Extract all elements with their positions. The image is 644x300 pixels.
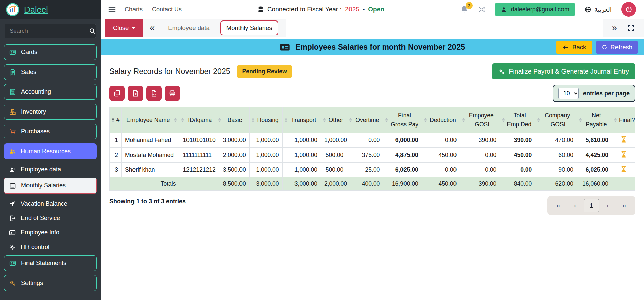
page-title: Employees Salaries for month November 20… — [295, 43, 465, 52]
cell-company-gosi: 90.00 — [535, 163, 577, 177]
export-copy-button[interactable] — [109, 86, 125, 101]
back-button[interactable]: Back — [556, 41, 592, 54]
sidebar-item-settings[interactable]: Settings — [4, 275, 97, 291]
cell-company-gosi: 470.00 — [535, 133, 577, 148]
finalize-payroll-button[interactable]: Finalize Payroll & Generate Journal Entr… — [492, 63, 635, 79]
sidebar-item-inventory[interactable]: Inventory — [4, 104, 97, 120]
sidebar-item-human-resources[interactable]: Human Resources — [4, 143, 97, 159]
menu-toggle-button[interactable] — [108, 5, 116, 13]
cell-overtime: 25.00 — [347, 163, 383, 177]
cell-final-gross-pay: 6,025.00 — [383, 163, 422, 177]
gear-icon — [9, 244, 16, 251]
totals-empty-cell — [179, 177, 216, 191]
cell-final[interactable] — [612, 148, 635, 163]
hourglass-icon — [620, 151, 627, 158]
sidebar-item-employee-data[interactable]: Employee data — [4, 163, 97, 176]
notifications-button[interactable]: 7 — [460, 5, 469, 14]
id-card-icon — [9, 49, 16, 56]
sidebar-item-final-statements[interactable]: Final Statements — [4, 255, 97, 271]
fullscreen-button[interactable] — [627, 24, 635, 32]
cell-net-payable: 4,425.00 — [577, 148, 612, 163]
database-icon — [257, 6, 264, 13]
hourglass-icon — [620, 166, 627, 172]
cell-transport: 1,000.00 — [282, 163, 321, 177]
column-header-final[interactable]: Final? — [612, 107, 635, 133]
sidebar-item-accounting[interactable]: Accounting — [4, 84, 97, 100]
column-header-id-iqama[interactable]: ID/Iqama — [179, 107, 216, 133]
pagination-first-button[interactable]: « — [551, 199, 567, 212]
column-header-basic[interactable]: Basic — [216, 107, 250, 133]
tabs-scroll-left-button[interactable]: « — [150, 23, 155, 32]
cell-final-gross-pay: 6,000.00 — [383, 133, 422, 148]
pagination-page-1-button[interactable]: 1 — [584, 199, 599, 212]
expand-button[interactable] — [478, 6, 486, 13]
copy-icon — [113, 90, 121, 97]
column-header-total-emp-ded[interactable]: Total Emp.Ded. — [500, 107, 535, 133]
cell-final[interactable] — [612, 133, 635, 148]
cell-employee-name: Mostafa Mohamed — [122, 148, 179, 163]
sidebar-item-label: Vacation Balance — [21, 200, 67, 207]
sidebar-item-hr-control[interactable]: HR control — [4, 241, 97, 253]
sidebar-item-sales[interactable]: Sales — [4, 64, 97, 80]
sidebar-item-purchases[interactable]: Purchases — [4, 124, 97, 139]
finalize-label: Finalize Payroll & Generate Journal Entr… — [509, 68, 629, 75]
tab-employee-data[interactable]: Employee data — [162, 20, 215, 35]
entries-per-page-select[interactable]: 10 — [558, 88, 579, 99]
entries-per-page: 10 entries per page — [553, 85, 635, 102]
sort-icon — [385, 118, 388, 122]
logout-button[interactable] — [621, 2, 636, 17]
sidebar: Daleel CardsSalesAccountingInventoryPurc… — [0, 0, 101, 300]
close-label: Close — [113, 24, 129, 32]
sidebar-item-end-of-service[interactable]: End of Service — [4, 212, 97, 224]
column-header-net-payable[interactable]: Net Payable — [577, 107, 612, 133]
sort-icon — [502, 118, 505, 122]
column-header-label: ID/Iqama — [188, 117, 212, 123]
user-account-button[interactable]: daleelerp@gmail.com — [495, 3, 575, 16]
power-icon — [625, 6, 632, 13]
page-content: Employees Salaries for month November 20… — [101, 37, 644, 300]
sidebar-item-label: Accounting — [21, 88, 51, 95]
column-header-housing[interactable]: Housing — [249, 107, 282, 133]
refresh-label: Refresh — [610, 44, 632, 51]
search-button[interactable] — [89, 24, 96, 38]
top-nav-charts[interactable]: Charts — [125, 6, 143, 13]
column-header-final-gross-pay[interactable]: Final Gross Pay — [383, 107, 422, 133]
cell-net-payable: 6,025.00 — [577, 163, 612, 177]
hourglass-icon — [620, 136, 627, 143]
column-header-other[interactable]: Other — [321, 107, 347, 133]
close-tab-button[interactable]: Close — [105, 19, 143, 37]
pagination-prev-button[interactable]: ‹ — [568, 199, 582, 212]
column-header-deduction[interactable]: Deduction — [422, 107, 460, 133]
language-switch-button[interactable]: العربية — [584, 6, 612, 13]
pagination-last-button[interactable]: » — [616, 199, 632, 212]
top-nav-contact-us[interactable]: Contact Us — [152, 6, 182, 13]
column-header-transport[interactable]: Transport — [282, 107, 321, 133]
pagination-next-button[interactable]: › — [600, 199, 615, 212]
search-input[interactable] — [5, 24, 89, 38]
sidebar-item-vacation-balance[interactable]: Vacation Balance — [4, 198, 97, 210]
refresh-button[interactable]: Refresh — [596, 41, 638, 54]
export-pdf-button[interactable]: PDF — [146, 86, 162, 101]
column-header-empoyee-gosi[interactable]: Empoyee. GOSI — [460, 107, 500, 133]
cell-basic: 3,000.00 — [216, 133, 250, 148]
app-root: Daleel CardsSalesAccountingInventoryPurc… — [0, 0, 644, 300]
fiscal-year-status: Connected to Fiscal Year : 2025 - Open — [191, 6, 451, 13]
fiscal-prefix: Connected to Fiscal Year : — [267, 6, 342, 13]
cell-final[interactable] — [612, 163, 635, 177]
sidebar-item-monthly-salaries[interactable]: Monthly Salaries — [4, 178, 97, 194]
export-excel-button[interactable] — [128, 86, 143, 101]
brand-name-link[interactable]: Daleel — [24, 5, 48, 15]
column-header-label: Empoyee. GOSI — [469, 112, 495, 128]
column-header-overtime[interactable]: Overtime — [347, 107, 383, 133]
tab-monthly-salaries[interactable]: Monthly Salaries — [220, 20, 278, 35]
sidebar-item-employee-info[interactable]: Employee Info — [4, 226, 97, 239]
caret-down-icon — [132, 26, 135, 30]
export-print-button[interactable] — [165, 86, 180, 101]
tabs-scroll-right-button[interactable]: » — [612, 23, 617, 32]
column-header-employee-name[interactable]: Employee Name — [122, 107, 179, 133]
column-header-[interactable]: # — [110, 107, 122, 133]
section-title: Salary Records for November 2025 — [109, 67, 230, 76]
sidebar-item-cards[interactable]: Cards — [4, 44, 97, 60]
cell-employee-name: Mohannad Fahed — [122, 133, 179, 148]
column-header-company-gosi[interactable]: Company. GOSI — [535, 107, 577, 133]
